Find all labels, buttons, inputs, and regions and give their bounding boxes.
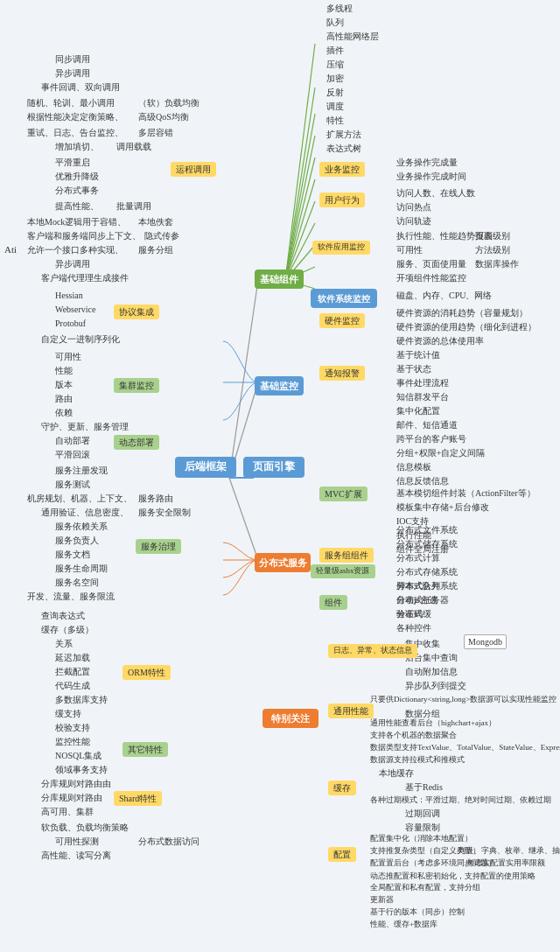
l3-available: 可用性 <box>52 350 84 363</box>
l3-group-rights: 分组+权限+自定义间隔 <box>394 446 487 459</box>
l3-compress: 压缩 <box>324 58 346 71</box>
l2-software-monitor: 软件应用监控 <box>312 241 370 255</box>
l3-async-desc: 异步调用 <box>52 257 93 270</box>
l1-basic-components: 基础组件 <box>255 270 304 289</box>
l3-service-depend: 服务依赖关系 <box>52 520 110 533</box>
l2-other-features: 其它特性 <box>122 742 168 757</box>
l3-sync-call: 同步调用 <box>52 52 93 66</box>
l3-async-call: 异步调用 <box>52 66 93 80</box>
l2-service-manage: 服务治理 <box>136 539 181 554</box>
svg-line-10 <box>285 201 315 280</box>
l3-rule-lb: 根据性能决定定衡策略、 <box>24 110 126 123</box>
l2-biz-monitor: 业务监控 <box>319 162 365 177</box>
l2-dynamic-deploy: 动态部署 <box>114 435 159 450</box>
l2-log-exception: 日志、异常、状态信息 <box>328 644 417 658</box>
l2-cache-main: 缓存 <box>328 780 356 795</box>
l3-sched-load: 调用载载 <box>114 140 154 153</box>
l3-high-perf-read: 高性能、读写分离 <box>38 849 114 862</box>
l3-ioc-support: IOC支持 <box>394 514 431 528</box>
l2-orm-features: ORM特性 <box>122 665 171 680</box>
svg-line-6 <box>285 114 315 280</box>
l3-trace: 调度 <box>324 100 346 113</box>
l3-route: 路由 <box>52 392 75 405</box>
l3-event-callback: 事件回调、双向调用 <box>38 80 122 94</box>
l3-dist-data-access: 分布式数据访问 <box>136 835 202 848</box>
l3-centralized-dispatch: 集中化配置 <box>394 404 443 417</box>
l3-hidden-pass: 隐式传参 <box>142 229 182 242</box>
l3-protobuf: Protobuf <box>52 317 88 330</box>
l1-basic-monitor: 基础监控 <box>255 376 304 396</box>
l3-event-flow: 事件处理流程 <box>394 376 452 389</box>
l3-ati-label: Ati <box>2 242 19 256</box>
l3-auto-add-info: 自动附加信息 <box>402 665 460 678</box>
l2-hardware-monitor: 硬件监控 <box>319 313 365 328</box>
l2-config: 配置 <box>328 847 356 862</box>
l3-shard-split-route: 分库规则对路由由 <box>38 777 114 790</box>
l3-custom-serial: 自定义一进制序列化 <box>38 332 122 346</box>
l3-basic-template-extend: 基本模切组件封装（ActionFilter等） <box>394 486 538 500</box>
l3-hw-resource-consume: 硬件资源的消耗趋势（容量规划） <box>394 306 530 319</box>
l3-cache-multi: 缓存（多级） <box>38 623 96 636</box>
l3-nosql: NOSQL集成 <box>52 749 104 762</box>
l3-auto-push-config: 动态推配置和私密初始化，支持配置的使用策略 <box>368 871 538 883</box>
l3-feature: 特性 <box>324 114 346 127</box>
l3-visit-hotspot: 访问热点 <box>394 200 434 214</box>
l3-query-expr: 查询表达式 <box>38 609 88 622</box>
l2-cluster-monitor: 集群监控 <box>114 378 159 393</box>
l3-local-deploy: 本地佚套 <box>136 215 176 228</box>
l3-highqos: 高级QoS均衡 <box>136 110 192 123</box>
l3-thread-perf: 开项组件性能监控 <box>394 271 469 284</box>
l2-mvc-expand: MVC扩展 <box>319 486 368 501</box>
l3-cache: 多层容错 <box>136 126 176 139</box>
l3-highchart-ajax: 通用性能查看后台（highchart+ajax） <box>368 718 499 730</box>
l2-notification: 通知报警 <box>319 366 365 381</box>
l3-common-auth: 通用验证、信息密度、 <box>38 506 131 519</box>
l3-plugin: 插件 <box>324 44 346 57</box>
l3-disk-mem-cpu: 磁盘、内存、CPU、网络 <box>394 289 494 302</box>
l3-multithread: 多线程 <box>324 2 355 15</box>
svg-line-9 <box>285 179 315 280</box>
l3-bulk-call: 批量调用 <box>114 200 154 213</box>
l3-sms-email: 邮件、短信通道 <box>394 418 460 431</box>
l3-expand-method: 扩展方法 <box>324 128 364 141</box>
l3-verify: 验证码 <box>394 607 425 620</box>
l3-cache2: 缓支持 <box>52 707 84 720</box>
l2-general-perf: 通用性能 <box>328 704 374 718</box>
l3-method-level: 方法级别 <box>472 243 513 256</box>
l3-alert-feedback: 信息反馈信息 <box>394 474 452 487</box>
l3-hw-resource-usage: 硬件资源的使用趋势（细化到进程） <box>394 320 539 333</box>
l3-stats-calc: 基于统计值 <box>394 348 443 361</box>
l3-improve-perf: 提高性能、 <box>52 200 102 213</box>
l3-async-log: 异步队列到提交 <box>402 679 469 692</box>
l3-third-account: 跨平台的客户账号 <box>394 432 469 445</box>
l3-script-merge2: 自动js合选 <box>394 593 440 606</box>
l2-protocol-integration: 协议集成 <box>114 304 159 319</box>
l3-cache-limit: 容量限制 <box>402 821 443 834</box>
l3-expression: 表达式树 <box>324 142 364 155</box>
l3-queue: 队列 <box>324 16 346 29</box>
l3-service-group: 服务分组 <box>136 243 176 256</box>
l3-domain-event: 领域事务支持 <box>52 763 110 776</box>
l3-encrypt: 加密 <box>324 72 346 85</box>
l3-priority-upgrade: 优雅升降级 <box>52 170 102 183</box>
l3-high-avail: 高可用、集群 <box>38 805 96 818</box>
svg-line-5 <box>285 88 315 280</box>
l3-practical-limit: 考虑实配置实用率限额 <box>464 858 548 870</box>
l3-machine-room: 机房规划、机器、上下文、 <box>24 492 135 505</box>
l3-data-types: 数据类型支持TextValue、TotalValue、StateValue、Ex… <box>368 742 560 754</box>
l3-mongodb: Mongodb <box>464 634 507 649</box>
l3-service-doc: 服务文档 <box>52 548 93 561</box>
l3-service-discover: 服务注册发现 <box>52 464 110 477</box>
l3-join: 关系 <box>52 637 75 650</box>
l3-random-polling: 随机、轮训、最小调用 <box>24 96 117 109</box>
l3-page-mem-usage: 服务、页面使用量 <box>394 257 469 270</box>
svg-line-8 <box>285 158 315 280</box>
l3-exec-perf: 执行性能 <box>394 528 434 542</box>
l3-check-support: 校验支持 <box>52 721 93 734</box>
l3-interval-query: 过期回调 <box>402 807 443 820</box>
l1-software-system-monitor: 软件系统监控 <box>311 289 377 308</box>
l3-global-reg: 组件全局注册 <box>394 542 452 556</box>
l3-various-controls: 各种控件 <box>394 621 434 634</box>
l3-add-cut: 增加填切、 <box>52 140 102 153</box>
svg-line-2 <box>229 478 258 560</box>
